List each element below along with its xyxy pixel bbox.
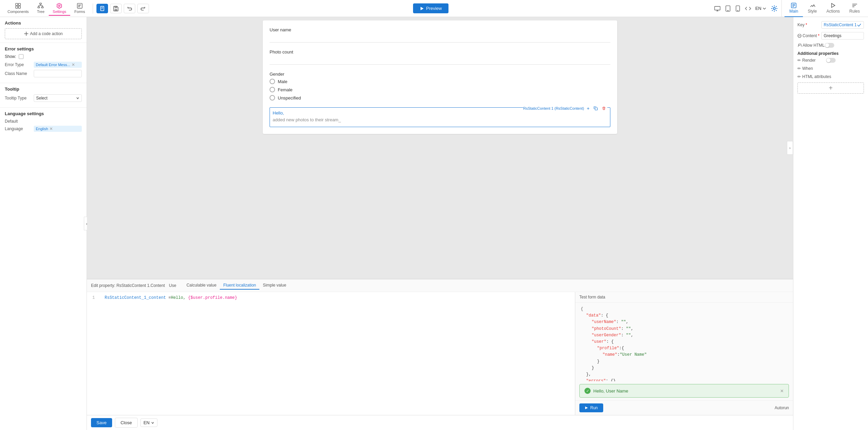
allow-html-toggle[interactable] [825, 43, 834, 48]
svg-rect-4 [40, 3, 42, 4]
gender-label: Gender [270, 72, 610, 77]
close-button[interactable]: Close [115, 418, 138, 428]
tab-actions[interactable]: Actions [822, 0, 844, 17]
additional-props-title: Additional properties [797, 51, 864, 56]
add-code-action-button[interactable]: Add a code action [5, 28, 82, 39]
html-attrs-row: ✏ HTML attributes [797, 74, 864, 79]
actions-title: Actions [5, 20, 82, 26]
photocount-field: Photo count [270, 49, 610, 65]
bottom-content: 1 RsStaticContent_1_content =Hello, {$us… [87, 292, 793, 415]
toolbar-document-btn[interactable] [96, 4, 108, 13]
when-row: ✏ When [797, 66, 864, 71]
svg-rect-13 [715, 6, 720, 10]
nav-items: Components Tree Settings Forms [3, 1, 89, 16]
banner-close-icon[interactable]: ✕ [780, 388, 784, 394]
desktop-icon[interactable] [713, 4, 722, 13]
tab-fluent[interactable]: Fluent localization [220, 281, 259, 290]
nav-forms[interactable]: Forms [70, 1, 89, 16]
view-icons [713, 4, 752, 13]
test-panel: Test form data { "data": { "userName": "… [575, 292, 793, 415]
svg-rect-5 [38, 6, 40, 8]
settings-icon[interactable] [769, 3, 779, 14]
nav-settings[interactable]: Settings [49, 1, 71, 16]
content-row: Content * Greetings [797, 32, 864, 40]
render-label: Render [802, 58, 826, 63]
mobile-icon[interactable] [734, 4, 742, 13]
class-name-label: Class Name [5, 71, 34, 76]
content-value[interactable]: Greetings [821, 32, 864, 40]
json-viewer: { "data": { "userName": "", "photoCount"… [575, 303, 793, 381]
gender-male[interactable]: Male [270, 79, 610, 84]
bottom-tabs: Calculable value Fluent localization Sim… [183, 281, 290, 290]
footer-lang-selector[interactable]: EN [140, 418, 157, 427]
class-name-input[interactable] [34, 70, 82, 77]
canvas-scroll: User name Photo count Gender Male [87, 17, 793, 279]
tooltip-type-select[interactable]: Select [34, 94, 82, 102]
tablet-icon[interactable] [724, 4, 732, 13]
default-label: Default [5, 119, 34, 124]
svg-marker-20 [832, 3, 835, 7]
static-content-delete-btn[interactable] [600, 105, 607, 112]
render-toggle-thumb [826, 58, 831, 62]
render-toggle[interactable] [826, 58, 836, 63]
language-label: Language [5, 126, 34, 131]
language-settings-section: Language settings Default Language Engli… [0, 107, 87, 137]
username-input[interactable] [270, 34, 610, 43]
nav-components[interactable]: Components [3, 1, 33, 16]
toolbar-center: Preview [151, 3, 711, 13]
right-panel-tabs: Main Style Actions Rules [781, 0, 865, 17]
svg-rect-2 [16, 6, 18, 8]
svg-point-17 [737, 10, 738, 11]
photocount-input[interactable] [270, 57, 610, 65]
gender-field: Gender Male Female [270, 72, 610, 101]
tab-simple[interactable]: Simple value [259, 281, 290, 290]
run-button[interactable]: Run [579, 403, 603, 412]
toolbar-undo-btn[interactable] [124, 4, 135, 13]
static-content-add-btn[interactable]: + [585, 104, 591, 112]
allow-html-row: Allow HTML [797, 43, 864, 48]
svg-rect-6 [42, 6, 43, 8]
key-row: Key * RsStaticContent 1 [797, 21, 864, 29]
bottom-actions: Run Autorun [575, 400, 793, 415]
tab-main[interactable]: Main [785, 0, 803, 17]
show-checkbox[interactable] [19, 54, 24, 59]
toolbar-save-btn[interactable] [110, 4, 122, 13]
show-row: Show: [5, 54, 82, 59]
error-settings-section: Error settings Show: Error Type Default … [0, 43, 87, 83]
allow-html-label: Allow HTML [797, 43, 825, 48]
left-sidebar: Actions Add a code action Error settings… [0, 17, 87, 430]
svg-rect-10 [115, 9, 117, 11]
code-icon[interactable] [744, 4, 752, 13]
language-remove-btn[interactable]: ✕ [49, 126, 53, 131]
username-field: User name [270, 27, 610, 43]
error-type-remove-btn[interactable]: ✕ [72, 62, 75, 67]
check-circle-icon: ✓ [584, 388, 591, 394]
edit-property-label: Edit property: RsStaticContent 1.Content [91, 283, 165, 288]
svg-point-18 [773, 7, 775, 10]
toolbar-redo-btn[interactable] [137, 4, 149, 13]
tab-style[interactable]: Style [803, 0, 822, 17]
nav-tree[interactable]: Tree [33, 1, 48, 16]
canvas-area: User name Photo count Gender Male [87, 17, 793, 279]
line-number: 1 [92, 295, 99, 300]
canvas-card: User name Photo count Gender Male [263, 20, 617, 134]
autorun-label: Autorun [775, 405, 789, 410]
add-property-button[interactable]: + [797, 82, 864, 94]
toolbar-right: EN [713, 3, 779, 14]
bottom-footer: Save Close EN [87, 415, 793, 430]
tab-calculable[interactable]: Calculable value [183, 281, 220, 290]
key-value[interactable]: RsStaticContent 1 [821, 21, 864, 29]
bottom-panel-header: Edit property: RsStaticContent 1.Content… [87, 279, 793, 292]
gender-unspecified[interactable]: Unspecified [270, 95, 610, 101]
language-row: Language English ✕ [5, 126, 82, 132]
canvas-expand-btn[interactable]: › [787, 141, 793, 155]
gender-female[interactable]: Female [270, 87, 610, 92]
save-button[interactable]: Save [91, 418, 112, 427]
svg-rect-1 [18, 3, 20, 5]
tab-rules[interactable]: Rules [844, 0, 865, 17]
use-label: Use [169, 283, 176, 288]
preview-button[interactable]: Preview [413, 3, 448, 13]
lang-selector[interactable]: EN [755, 6, 766, 11]
static-content-copy-btn[interactable] [592, 105, 599, 112]
html-attrs-label: HTML attributes [802, 74, 831, 79]
